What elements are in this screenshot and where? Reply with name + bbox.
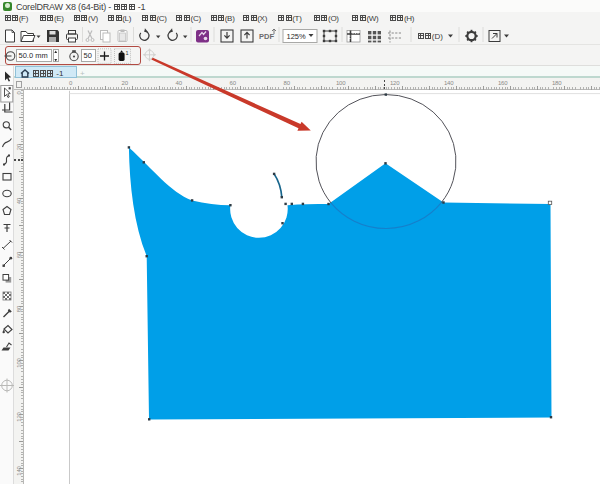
svg-text:1: 1 [126,49,129,55]
